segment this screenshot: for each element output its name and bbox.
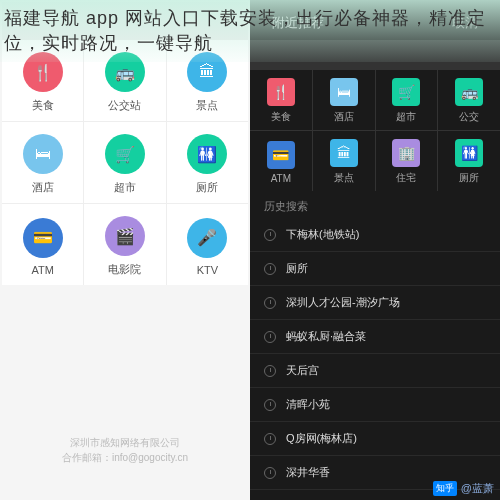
company-name: 深圳市感知网络有限公司 xyxy=(0,435,250,450)
history-list: 下梅林(地铁站)厕所深圳人才公园-潮汐广场蚂蚁私厨·融合菜天后宫清晖小苑Q房网(… xyxy=(250,218,500,500)
clock-icon xyxy=(264,229,276,241)
category-ktv[interactable]: 🎤KTV xyxy=(167,204,248,285)
history-item[interactable]: Q房网(梅林店) xyxy=(250,422,500,456)
right-pane: 附近推荐 取消 🍴美食🛏酒店🛒超市🚌公交💳ATM🏛景点🏢住宅🚻厕所 历史搜索 下… xyxy=(250,0,500,500)
attribution: 知乎 @蓝萧 xyxy=(433,481,494,496)
toilet-icon: 🚻 xyxy=(187,134,227,174)
sight-icon: 🏛 xyxy=(330,139,358,167)
clock-icon xyxy=(264,399,276,411)
category-atm[interactable]: 💳ATM xyxy=(2,204,83,285)
toilet-icon: 🚻 xyxy=(455,139,483,167)
category-cinema[interactable]: 🎬电影院 xyxy=(84,204,165,285)
category-label: ATM xyxy=(271,173,291,184)
hotel-icon: 🛏 xyxy=(330,78,358,106)
history-item[interactable]: 厕所 xyxy=(250,252,500,286)
history-text: 清晖小苑 xyxy=(286,397,330,412)
category-toilet[interactable]: 🚻厕所 xyxy=(167,122,248,203)
category-label: 公交 xyxy=(459,110,479,124)
history-item[interactable]: 蚂蚁私厨·融合菜 xyxy=(250,320,500,354)
category-label: 公交站 xyxy=(108,98,141,113)
category-label: 美食 xyxy=(271,110,291,124)
category-hotel[interactable]: 🛏酒店 xyxy=(313,70,375,130)
category-label: 酒店 xyxy=(32,180,54,195)
clock-icon xyxy=(264,467,276,479)
history-item[interactable]: 清晖小苑 xyxy=(250,388,500,422)
category-hotel[interactable]: 🛏酒店 xyxy=(2,122,83,203)
history-item[interactable]: 下梅林(地铁站) xyxy=(250,218,500,252)
category-sight[interactable]: 🏛景点 xyxy=(313,131,375,191)
clock-icon xyxy=(264,331,276,343)
clock-icon xyxy=(264,433,276,445)
history-text: 厕所 xyxy=(286,261,308,276)
category-market[interactable]: 🛒超市 xyxy=(84,122,165,203)
category-label: 景点 xyxy=(334,171,354,185)
history-title: 历史搜索 xyxy=(250,191,500,218)
category-atm[interactable]: 💳ATM xyxy=(250,131,312,191)
history-text: 下梅林(地铁站) xyxy=(286,227,359,242)
category-food[interactable]: 🍴美食 xyxy=(250,70,312,130)
category-label: ATM xyxy=(31,264,53,276)
category-label: 超市 xyxy=(396,110,416,124)
food-icon: 🍴 xyxy=(267,78,295,106)
market-icon: 🛒 xyxy=(392,78,420,106)
screenshot-container: 🍴美食🚌公交站🏛景点🛏酒店🛒超市🚻厕所💳ATM🎬电影院🎤KTV 深圳市感知网络有… xyxy=(0,0,500,500)
category-bus[interactable]: 🚌公交 xyxy=(438,70,500,130)
contact-email: 合作邮箱：info@gogocity.cn xyxy=(0,450,250,465)
history-item[interactable]: 天后宫 xyxy=(250,354,500,388)
left-pane: 🍴美食🚌公交站🏛景点🛏酒店🛒超市🚻厕所💳ATM🎬电影院🎤KTV 深圳市感知网络有… xyxy=(0,0,250,500)
market-icon: 🛒 xyxy=(105,134,145,174)
category-toilet[interactable]: 🚻厕所 xyxy=(438,131,500,191)
category-label: 景点 xyxy=(196,98,218,113)
category-market[interactable]: 🛒超市 xyxy=(376,70,438,130)
category-label: 厕所 xyxy=(459,171,479,185)
history-text: 深井华香 xyxy=(286,465,330,480)
history-text: 蚂蚁私厨·融合菜 xyxy=(286,329,366,344)
category-grid-right: 🍴美食🛏酒店🛒超市🚌公交💳ATM🏛景点🏢住宅🚻厕所 xyxy=(250,40,500,191)
atm-icon: 💳 xyxy=(267,141,295,169)
history-text: 天后宫 xyxy=(286,363,319,378)
hotel-icon: 🛏 xyxy=(23,134,63,174)
bus-icon: 🚌 xyxy=(455,78,483,106)
category-label: 美食 xyxy=(32,98,54,113)
residence-icon: 🏢 xyxy=(392,139,420,167)
category-residence[interactable]: 🏢住宅 xyxy=(376,131,438,191)
category-label: KTV xyxy=(197,264,218,276)
history-item[interactable]: 深圳人才公园-潮汐广场 xyxy=(250,286,500,320)
footer-info: 深圳市感知网络有限公司 合作邮箱：info@gogocity.cn xyxy=(0,435,250,465)
category-label: 电影院 xyxy=(108,262,141,277)
category-label: 厕所 xyxy=(196,180,218,195)
ktv-icon: 🎤 xyxy=(187,218,227,258)
category-label: 超市 xyxy=(114,180,136,195)
atm-icon: 💳 xyxy=(23,218,63,258)
history-text: 深圳人才公园-潮汐广场 xyxy=(286,295,400,310)
article-headline: 福建导航 app 网站入口下载安装，出行必备神器，精准定位，实时路况，一键导航 xyxy=(0,0,500,62)
author-name: @蓝萧 xyxy=(461,481,494,496)
history-text: Q房网(梅林店) xyxy=(286,431,357,446)
clock-icon xyxy=(264,365,276,377)
clock-icon xyxy=(264,297,276,309)
category-label: 住宅 xyxy=(396,171,416,185)
zhihu-badge: 知乎 xyxy=(433,481,457,496)
cinema-icon: 🎬 xyxy=(105,216,145,256)
category-label: 酒店 xyxy=(334,110,354,124)
clock-icon xyxy=(264,263,276,275)
